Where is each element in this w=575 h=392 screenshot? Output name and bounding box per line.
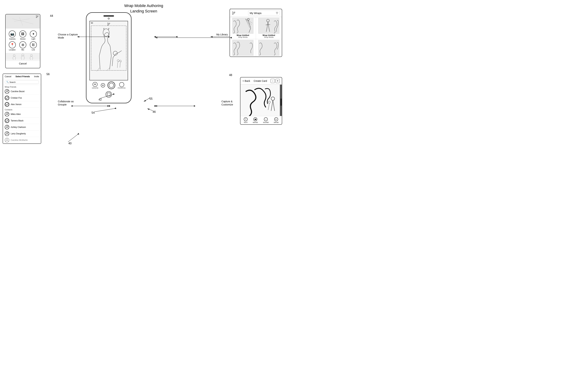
svg-line-46 xyxy=(95,109,114,112)
bird-icon-screen: 🕊 xyxy=(107,22,110,26)
wrap-item[interactable] xyxy=(230,39,256,57)
screen-art-svg xyxy=(90,21,128,80)
capture-cancel-button[interactable]: Cancel xyxy=(6,61,40,66)
svg-point-24 xyxy=(117,60,119,62)
svg-point-32 xyxy=(271,97,275,100)
svg-line-1 xyxy=(14,19,30,21)
capture-mix[interactable]: ⊞ Mix xyxy=(18,41,27,51)
friends-title: Select Friends xyxy=(15,75,30,78)
list-item[interactable]: Larry Daugherty xyxy=(3,131,41,137)
diagram-num-46: 46 xyxy=(153,110,156,113)
capture-footer-art xyxy=(6,53,40,60)
back-button[interactable]: < Back xyxy=(242,80,250,82)
friends-search-field[interactable]: 🔍 Search xyxy=(5,80,39,84)
svg-line-0 xyxy=(12,19,33,24)
diagram-num-40: 40 xyxy=(68,142,72,145)
my-wraps-dropdown[interactable]: My Wraps ▽ xyxy=(248,11,280,15)
svg-point-5 xyxy=(21,55,24,60)
create-card-panel: < Back Create Card ○ ✕ T TEXT xyxy=(240,77,282,125)
capture-header-svg xyxy=(9,15,37,27)
contacts-section: Contacts xyxy=(3,108,41,111)
diagram-num-42: 42 xyxy=(98,98,102,101)
groupie-button[interactable]: ⚙ GROUPIE xyxy=(92,82,98,89)
svg-point-11 xyxy=(5,96,9,100)
my-library-label: My Library xyxy=(216,33,228,36)
image-tool[interactable]: 🏔 IMAGE xyxy=(253,117,258,123)
list-item[interactable]: Cristian Fox xyxy=(3,95,41,101)
diagram-num-44: 44 xyxy=(50,14,53,18)
text-tool[interactable]: T TEXT xyxy=(244,117,248,123)
create-art-svg xyxy=(240,85,282,116)
phone-camera xyxy=(108,18,110,20)
svg-point-6 xyxy=(22,54,24,56)
svg-point-15 xyxy=(5,119,9,122)
svg-point-26 xyxy=(247,18,250,21)
my-wraps-panel: 🕊 My Wraps ▽ xyxy=(230,9,282,57)
list-item[interactable]: Alex Xenon xyxy=(3,101,41,108)
svg-line-48 xyxy=(147,109,153,111)
search-placeholder: Search xyxy=(9,81,16,83)
shutter-button[interactable] xyxy=(107,82,115,89)
properties-button[interactable]: PROPERTIES xyxy=(118,82,125,89)
list-item[interactable]: Tamera Black xyxy=(3,118,41,124)
select-friends-panel: Cancel Select Friends Invite 🔍 Search Wr… xyxy=(3,74,41,144)
phone-bottom-bar: ⚙ GROUPIE + PROPERTIES xyxy=(89,81,128,90)
svg-line-10 xyxy=(8,90,9,91)
circle-tool-button[interactable]: ○ xyxy=(271,79,275,83)
avatar xyxy=(5,89,9,94)
wrap-item[interactable]: Wrap Untitled Wrap Media xyxy=(256,17,282,39)
avatar xyxy=(5,96,9,100)
avatar xyxy=(5,102,9,107)
svg-point-9 xyxy=(6,90,8,91)
svg-rect-35 xyxy=(280,99,282,106)
svg-point-7 xyxy=(30,56,33,60)
capture-camera[interactable]: 📷 Camera xyxy=(8,30,17,40)
svg-line-2 xyxy=(19,17,23,26)
chevron-down-icon: ▽ xyxy=(276,11,278,15)
sound-tool[interactable]: ♪ SOUND xyxy=(263,117,269,123)
create-bottom-toolbar: T TEXT 🏔 IMAGE ♪ SOUND ✏ DRAW xyxy=(240,116,282,124)
choose-capture-label: Choose a CaptureMode xyxy=(58,33,78,39)
capture-link[interactable]: ⛓ Link xyxy=(29,41,38,51)
properties-label: PROPERTIES xyxy=(118,87,125,89)
wraps-grid: Wrap Untitled Wrap Media Wrap Untitled W… xyxy=(230,17,282,57)
capture-location[interactable]: 📍 Location xyxy=(8,41,17,51)
friends-header: Cancel Select Friends Invite xyxy=(3,74,41,79)
avatar xyxy=(5,131,9,136)
friends-invite-button[interactable]: Invite xyxy=(34,75,39,78)
phone-screen[interactable]: 50 🕊 xyxy=(89,21,128,80)
phone-home-button[interactable] xyxy=(106,91,112,98)
list-item[interactable]: Caroline Bezet xyxy=(3,88,41,95)
capture-icons-grid: 📷 Camera 🖼 Device ✦ Light 📍 Location ⊞ M… xyxy=(6,28,40,53)
groupie-label: GROUPIE xyxy=(92,87,98,89)
capture-mode-panel: 🕊 📷 Camera 🖼 Device ✦ Light 📍 Location ⊞… xyxy=(5,14,40,68)
diagram-num-56: 56 xyxy=(47,73,50,76)
list-item[interactable]: Miles Allen xyxy=(3,111,41,118)
wrap-friends-section: Wrap Friends xyxy=(3,85,41,88)
plus-button[interactable]: + xyxy=(101,83,105,87)
capture-device[interactable]: 🖼 Device xyxy=(18,30,27,40)
svg-point-51 xyxy=(109,105,110,107)
diagram-num-55: 55 xyxy=(149,97,153,100)
list-item[interactable]: Caroline McMartin xyxy=(3,137,41,143)
svg-line-17 xyxy=(8,126,9,127)
svg-point-16 xyxy=(6,126,8,127)
capture-customize-label: Capture &Customize xyxy=(221,100,233,106)
phone-speaker xyxy=(103,15,114,17)
wrap-item[interactable] xyxy=(256,39,282,57)
svg-point-25 xyxy=(120,60,121,62)
draw-tool[interactable]: ✏ DRAW xyxy=(274,117,278,123)
list-item[interactable]: Ashley Clarkson xyxy=(3,124,41,131)
wrap-item[interactable]: Wrap Untitled Wrap Media xyxy=(230,17,256,39)
svg-line-28 xyxy=(245,19,251,25)
friends-cancel-button[interactable]: Cancel xyxy=(5,75,11,78)
wrap-thumbnail-1 xyxy=(232,18,253,34)
close-tool-button[interactable]: ✕ xyxy=(275,79,280,83)
wrap-thumbnail-3 xyxy=(232,40,253,56)
capture-light[interactable]: ✦ Light xyxy=(29,30,38,40)
svg-line-47 xyxy=(144,98,150,102)
bird-icon-wraps: 🕊 xyxy=(232,11,236,15)
search-icon: 🔍 xyxy=(6,81,9,83)
svg-point-18 xyxy=(6,132,8,134)
create-card-header: < Back Create Card ○ ✕ xyxy=(240,77,282,85)
